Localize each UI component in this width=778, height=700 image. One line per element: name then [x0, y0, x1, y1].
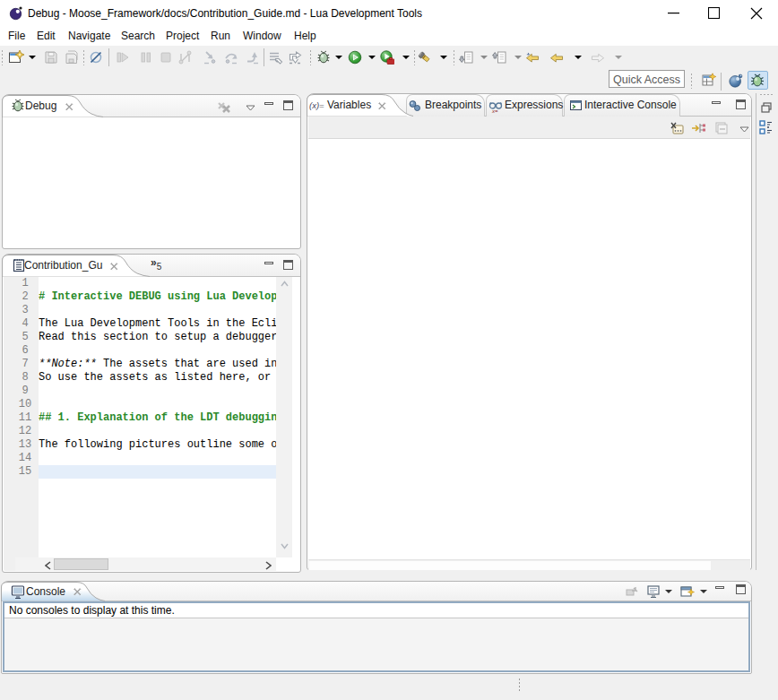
svg-text:x=: x=: [491, 108, 498, 114]
